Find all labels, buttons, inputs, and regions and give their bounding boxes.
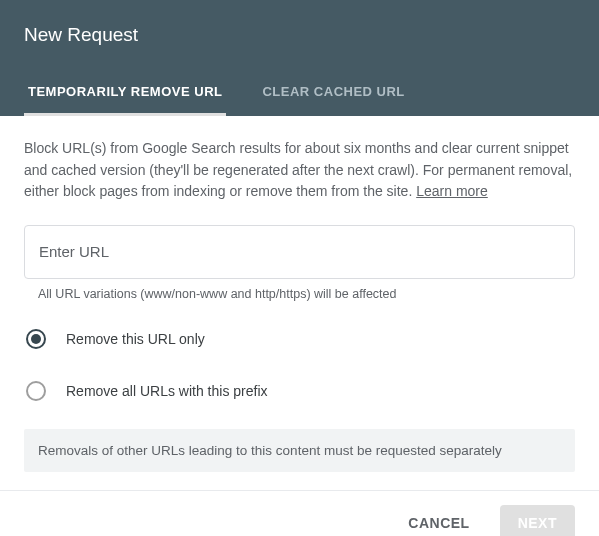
info-bar: Removals of other URLs leading to this c… bbox=[24, 429, 575, 472]
next-button[interactable]: NEXT bbox=[500, 505, 575, 536]
radio-remove-all-urls-with-prefix[interactable]: Remove all URLs with this prefix bbox=[24, 373, 575, 409]
url-input-container bbox=[24, 225, 575, 279]
radio-label: Remove all URLs with this prefix bbox=[66, 383, 268, 399]
radio-icon bbox=[26, 329, 46, 349]
dialog-footer: CANCEL NEXT bbox=[0, 490, 599, 536]
cancel-button[interactable]: CANCEL bbox=[390, 505, 487, 536]
dialog-header: New Request TEMPORARILY REMOVE URL CLEAR… bbox=[0, 0, 599, 116]
tab-bar: TEMPORARILY REMOVE URL CLEAR CACHED URL bbox=[24, 70, 575, 116]
url-helper-text: All URL variations (www/non-www and http… bbox=[38, 287, 575, 301]
dialog-title: New Request bbox=[24, 24, 575, 46]
dialog-content: Block URL(s) from Google Search results … bbox=[0, 116, 599, 490]
tab-temporarily-remove-url[interactable]: TEMPORARILY REMOVE URL bbox=[24, 70, 226, 116]
removal-scope-radio-group: Remove this URL only Remove all URLs wit… bbox=[24, 321, 575, 409]
radio-label: Remove this URL only bbox=[66, 331, 205, 347]
tab-clear-cached-url[interactable]: CLEAR CACHED URL bbox=[258, 70, 408, 116]
new-request-dialog: New Request TEMPORARILY REMOVE URL CLEAR… bbox=[0, 0, 599, 536]
description-text: Block URL(s) from Google Search results … bbox=[24, 138, 575, 203]
description-body: Block URL(s) from Google Search results … bbox=[24, 140, 572, 199]
radio-icon bbox=[26, 381, 46, 401]
learn-more-link[interactable]: Learn more bbox=[416, 183, 488, 199]
url-input[interactable] bbox=[39, 243, 560, 260]
radio-remove-this-url-only[interactable]: Remove this URL only bbox=[24, 321, 575, 357]
